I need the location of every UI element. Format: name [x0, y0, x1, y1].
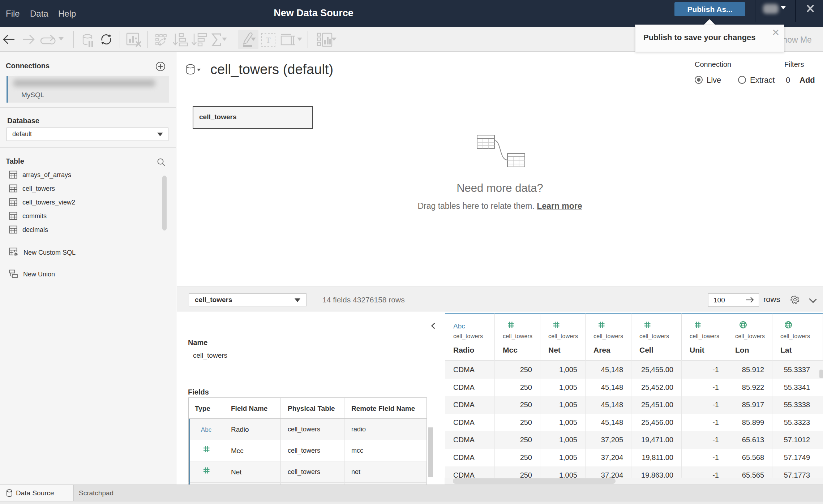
svg-text:T: T: [266, 35, 271, 44]
